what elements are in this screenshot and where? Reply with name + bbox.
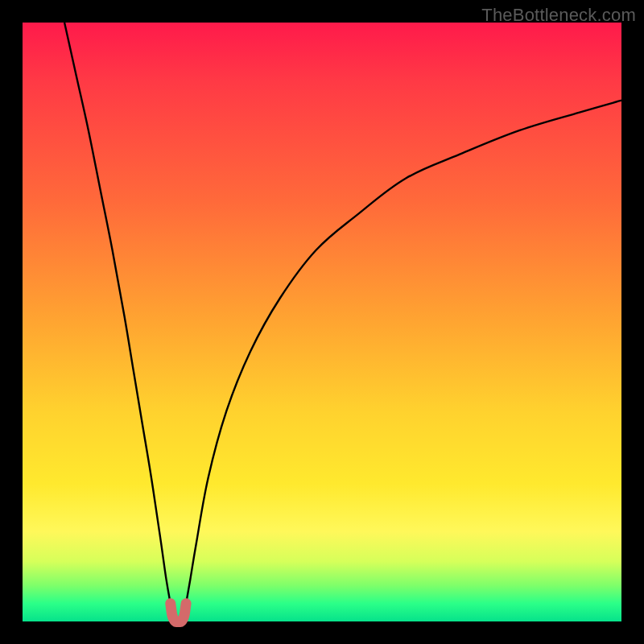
chart-frame: TheBottleneck.com (0, 0, 644, 644)
curve-layer (23, 23, 621, 621)
valley-notch-line (171, 604, 186, 622)
right-branch-line (186, 101, 621, 604)
plot-area (23, 23, 621, 621)
left-branch-line (64, 23, 171, 604)
